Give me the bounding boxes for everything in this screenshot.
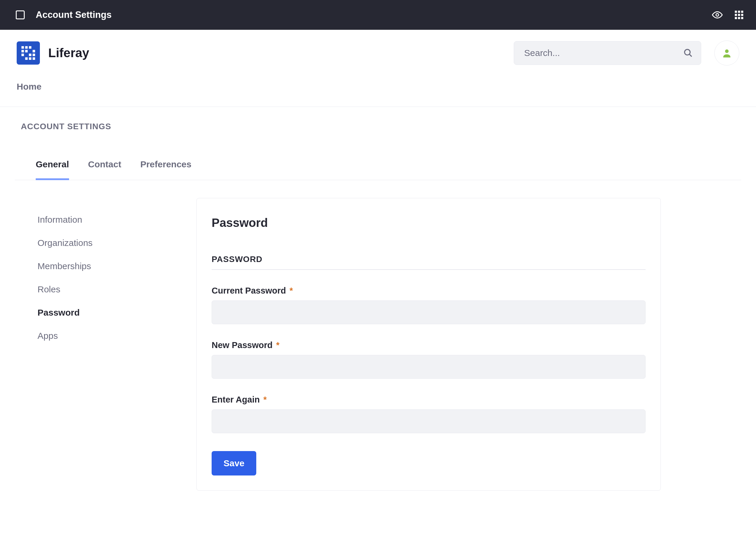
tab-preferences[interactable]: Preferences [140, 159, 191, 180]
svg-rect-15 [21, 50, 24, 52]
apps-grid-button[interactable] [734, 10, 744, 20]
current-password-field[interactable] [211, 300, 645, 324]
new-password-field[interactable] [211, 355, 645, 379]
panel-password: Password PASSWORD Current Password * New… [196, 198, 661, 491]
panel-toggle-button[interactable] [15, 10, 26, 20]
svg-rect-3 [735, 11, 737, 13]
new-password-label: New Password * [211, 340, 645, 350]
eye-icon [712, 10, 723, 20]
required-mark: * [290, 286, 293, 295]
topbar-left: Account Settings [15, 10, 112, 20]
enter-again-field[interactable] [211, 409, 645, 433]
grid-icon [734, 10, 744, 20]
tab-general[interactable]: General [36, 159, 69, 180]
simulation-preview-button[interactable] [712, 10, 723, 20]
required-mark: * [276, 340, 280, 350]
content: Information Organizations Memberships Ro… [0, 180, 756, 515]
sidenav: Information Organizations Memberships Ro… [30, 198, 173, 491]
svg-point-26 [725, 49, 729, 53]
svg-rect-14 [29, 46, 31, 48]
search-icon [684, 48, 693, 58]
svg-point-2 [716, 14, 719, 16]
current-password-label-text: Current Password [211, 286, 286, 295]
svg-rect-12 [21, 46, 24, 48]
svg-rect-16 [25, 50, 28, 52]
sidenav-item-password[interactable]: Password [30, 301, 173, 324]
form-group-enter-again: Enter Again * [211, 395, 645, 433]
brand[interactable]: Liferay [17, 41, 89, 64]
form-group-current-password: Current Password * [211, 286, 645, 324]
search-button[interactable] [684, 41, 693, 65]
svg-rect-8 [741, 14, 743, 16]
tabs: General Contact Preferences [15, 140, 741, 180]
svg-rect-5 [741, 11, 743, 13]
topbar: Account Settings [0, 0, 756, 30]
user-avatar-button[interactable] [714, 40, 739, 65]
sidebar-panel-icon [15, 10, 26, 20]
enter-again-label: Enter Again * [211, 395, 645, 405]
enter-again-label-text: Enter Again [211, 395, 260, 404]
svg-rect-6 [735, 14, 737, 16]
sidenav-item-organizations[interactable]: Organizations [30, 231, 173, 255]
svg-rect-13 [25, 46, 28, 48]
svg-rect-10 [738, 17, 740, 19]
svg-rect-23 [33, 57, 35, 60]
brand-name: Liferay [48, 46, 89, 60]
svg-rect-11 [741, 17, 743, 19]
topbar-right [712, 10, 744, 20]
svg-rect-18 [21, 53, 24, 56]
fieldset-title: PASSWORD [211, 255, 645, 270]
liferay-logo-icon [21, 45, 36, 60]
svg-rect-0 [16, 11, 24, 19]
search-wrap [514, 41, 701, 65]
panel-title: Password [211, 216, 645, 230]
svg-rect-7 [738, 14, 740, 16]
svg-rect-9 [735, 17, 737, 19]
primary-nav: Home [0, 68, 756, 107]
svg-rect-20 [33, 53, 35, 56]
svg-rect-21 [25, 57, 28, 60]
search-input[interactable] [514, 41, 701, 65]
svg-rect-22 [29, 57, 31, 60]
button-row: Save [211, 451, 645, 475]
nav-home[interactable]: Home [17, 82, 41, 92]
save-button[interactable]: Save [211, 451, 256, 475]
tab-contact[interactable]: Contact [88, 159, 122, 180]
svg-rect-17 [33, 50, 35, 52]
sidenav-item-apps[interactable]: Apps [30, 324, 173, 348]
header-right [514, 40, 739, 65]
breadcrumb: ACCOUNT SETTINGS [0, 107, 756, 140]
svg-rect-4 [738, 11, 740, 13]
current-password-label: Current Password * [211, 286, 645, 296]
svg-rect-19 [29, 53, 31, 56]
form-group-new-password: New Password * [211, 340, 645, 379]
required-mark: * [263, 395, 267, 404]
new-password-label-text: New Password [211, 340, 273, 350]
site-header: Liferay [0, 30, 756, 68]
sidenav-item-information[interactable]: Information [30, 208, 173, 231]
sidenav-item-roles[interactable]: Roles [30, 278, 173, 301]
topbar-title: Account Settings [36, 10, 112, 20]
sidenav-item-memberships[interactable]: Memberships [30, 255, 173, 278]
svg-line-25 [689, 54, 692, 56]
user-icon [722, 48, 732, 58]
svg-point-24 [685, 49, 690, 55]
brand-logo [17, 41, 40, 64]
